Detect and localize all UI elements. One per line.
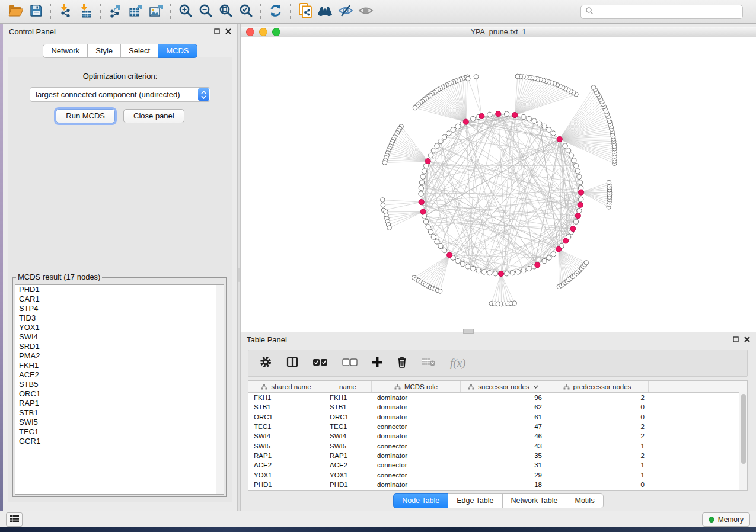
tab-motifs[interactable]: Motifs: [566, 493, 603, 508]
refresh-layout-button[interactable]: [266, 2, 286, 21]
tab-node-table[interactable]: Node Table: [393, 493, 448, 508]
mcds-hub-node[interactable]: [420, 209, 426, 214]
tab-select[interactable]: Select: [120, 44, 158, 58]
tab-style[interactable]: Style: [87, 44, 121, 58]
mcds-result-item[interactable]: ACE2: [15, 370, 224, 380]
horizontal-splitter-handle[interactable]: [463, 329, 474, 334]
table-scrollbar[interactable]: [739, 392, 747, 490]
tab-mcds[interactable]: MCDS: [158, 44, 197, 58]
mcds-result-item[interactable]: PMA2: [15, 351, 224, 361]
table-row[interactable]: ACE2ACE2connector311: [248, 460, 747, 470]
mcds-result-item[interactable]: CAR1: [15, 294, 224, 304]
mcds-hub-node[interactable]: [557, 136, 562, 142]
export-image-button[interactable]: [146, 2, 166, 21]
table-row[interactable]: TEC1TEC1connector472: [248, 422, 747, 431]
tab-network[interactable]: Network: [43, 44, 88, 58]
mcds-result-item[interactable]: YOX1: [15, 323, 224, 332]
mcds-hub-node[interactable]: [447, 252, 452, 258]
mcds-hub-node[interactable]: [570, 226, 576, 232]
close-panel-button[interactable]: Close panel: [123, 109, 184, 123]
clone-network-button[interactable]: [295, 2, 315, 21]
table-row[interactable]: YOX1YOX1connector291: [248, 470, 747, 479]
zoom-in-button[interactable]: [176, 2, 196, 21]
float-icon[interactable]: [733, 335, 739, 344]
close-icon[interactable]: [744, 335, 750, 344]
mcds-result-item[interactable]: FKH1: [15, 361, 224, 370]
mcds-result-item[interactable]: SWI4: [15, 332, 224, 342]
mcds-result-item[interactable]: TEC1: [15, 427, 224, 437]
table-row[interactable]: FKH1FKH1dominator962: [248, 393, 747, 402]
memory-button[interactable]: Memory: [702, 512, 750, 527]
result-list-scrollbar[interactable]: [216, 285, 224, 494]
table-row[interactable]: RAP1RAP1dominator352: [248, 451, 747, 460]
mcds-result-item[interactable]: RAP1: [15, 399, 224, 408]
tab-edge-table[interactable]: Edge Table: [448, 493, 502, 508]
task-history-button[interactable]: [6, 512, 23, 527]
add-column-icon[interactable]: [372, 357, 382, 370]
table-row[interactable]: ORC1ORC1dominator610: [248, 412, 747, 422]
delete-column-icon[interactable]: [397, 356, 407, 370]
mcds-hub-node[interactable]: [535, 262, 540, 268]
float-icon[interactable]: [214, 27, 220, 36]
zoom-selected-button[interactable]: [236, 2, 256, 21]
mcds-hub-node[interactable]: [496, 111, 501, 117]
run-mcds-button[interactable]: Run MCDS: [56, 109, 115, 123]
column-header-shared-name[interactable]: shared name: [248, 381, 324, 392]
table-row[interactable]: SWI4SWI4dominator462: [248, 431, 747, 441]
optimization-criterion-select[interactable]: largest connected component (undirected): [30, 87, 210, 102]
mcds-result-item[interactable]: ORC1: [15, 389, 224, 399]
mcds-hub-node[interactable]: [563, 238, 569, 243]
mcds-hub-node[interactable]: [479, 113, 484, 118]
mcds-result-item[interactable]: STB5: [15, 380, 224, 389]
select-all-icon[interactable]: [312, 358, 328, 368]
mcds-result-item[interactable]: TID3: [15, 313, 224, 323]
tab-network-table[interactable]: Network Table: [502, 493, 567, 508]
import-table-button[interactable]: [76, 2, 96, 21]
search-input[interactable]: [597, 7, 738, 17]
mcds-result-item[interactable]: STP4: [15, 304, 224, 313]
deselect-all-icon[interactable]: [342, 358, 358, 368]
mcds-result-item[interactable]: PHD1: [15, 285, 224, 294]
mcds-hub-node[interactable]: [512, 113, 518, 118]
network-canvas[interactable]: [241, 37, 756, 332]
save-session-button[interactable]: [26, 2, 46, 21]
column-header-name[interactable]: name: [324, 381, 372, 392]
import-network-button[interactable]: [56, 2, 76, 21]
zoom-fit-button[interactable]: [216, 2, 236, 21]
search-box[interactable]: [580, 5, 743, 19]
hide-selected-button[interactable]: [336, 2, 356, 21]
zoom-out-button[interactable]: [196, 2, 216, 21]
column-header-MCDS-role[interactable]: MCDS role: [372, 381, 461, 392]
mcds-result-item[interactable]: STB1: [15, 408, 224, 418]
mcds-hub-node[interactable]: [498, 271, 503, 276]
binoculars-button[interactable]: [315, 2, 336, 21]
scrollbar-thumb[interactable]: [741, 394, 746, 464]
mcds-hub-node[interactable]: [556, 246, 562, 252]
table-row[interactable]: PHD1PHD1dominator180: [248, 480, 747, 489]
node-table[interactable]: shared namenameMCDS rolesuccessor nodesp…: [248, 380, 748, 491]
mcds-result-item[interactable]: SWI5: [15, 418, 224, 427]
mcds-hub-node[interactable]: [419, 200, 424, 205]
settings-gear-icon[interactable]: [259, 355, 272, 371]
mcds-hub-node[interactable]: [578, 190, 583, 195]
mcds-result-item[interactable]: SRD1: [15, 342, 224, 351]
mcds-result-item[interactable]: GCR1: [15, 437, 224, 446]
column-header-successor-nodes[interactable]: successor nodes: [461, 381, 546, 392]
mcds-hub-node[interactable]: [425, 159, 430, 164]
export-network-button[interactable]: [106, 2, 126, 21]
show-all-button[interactable]: [356, 2, 376, 21]
column-header-predecessor-nodes[interactable]: predecessor nodes: [546, 381, 649, 392]
open-file-button[interactable]: [6, 2, 26, 21]
export-table-button[interactable]: [126, 2, 146, 21]
table-row[interactable]: STB1STB1dominator620: [248, 402, 747, 412]
table-row[interactable]: SWI5SWI5connector431: [248, 441, 747, 450]
mcds-hub-node[interactable]: [463, 119, 468, 124]
network-graph[interactable]: [241, 37, 756, 332]
mcds-hub-node[interactable]: [575, 213, 580, 219]
splitter-handle[interactable]: [238, 268, 240, 282]
mcds-hub-node[interactable]: [578, 202, 583, 207]
column-layout-icon[interactable]: [286, 356, 298, 370]
mcds-result-list[interactable]: PHD1CAR1STP4TID3YOX1SWI4SRD1PMA2FKH1ACE2…: [15, 284, 224, 495]
network-window-titlebar[interactable]: YPA_prune.txt_1: [241, 27, 756, 37]
close-icon[interactable]: [225, 27, 231, 36]
